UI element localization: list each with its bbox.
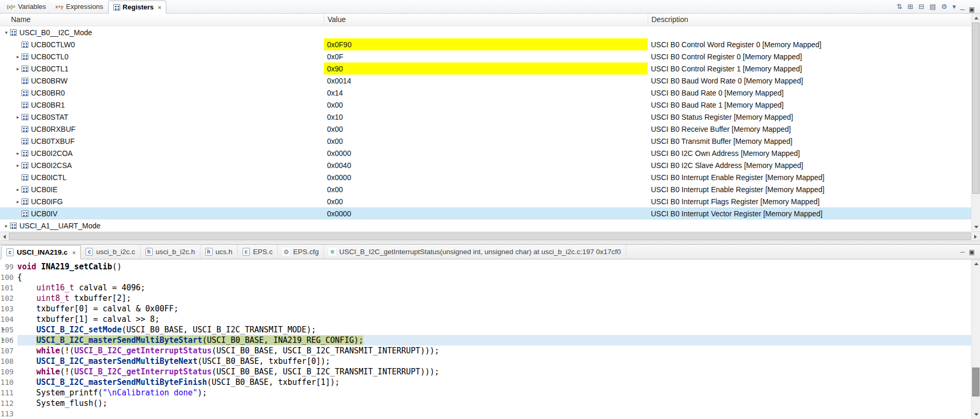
code-text: USCI_B_I2C_masterSendMultiByteFinish(USC… — [17, 377, 971, 387]
stack-frame-pointer-icon[interactable]: ► — [1, 326, 6, 332]
register-row-UCB0I2COA[interactable]: ▸UCB0I2COA0x0000USCI B0 I2C Own Address … — [0, 147, 971, 159]
export-registers-icon[interactable]: ⇅ — [897, 3, 902, 11]
code-line-103[interactable]: 103 txbuffer[0] = calval & 0x00FF; — [0, 303, 971, 314]
collapse-all-icon[interactable]: ⊟ — [919, 3, 924, 11]
code-line-113[interactable]: 113 — [0, 408, 971, 419]
code-line-110[interactable]: 110 USCI_B_I2C_masterSendMultiByteFinish… — [0, 377, 971, 387]
instruction-pointer-icon[interactable]: ► — [1, 337, 6, 343]
register-row-UCB0BR1[interactable]: UCB0BR10x00USCI B0 Baud Rate 1 [Memory M… — [0, 99, 971, 111]
register-description: USCI B0 Status Register [Memory Mapped] — [648, 111, 971, 123]
minimize-icon[interactable]: ─ — [960, 248, 965, 256]
register-value: 0x0000 — [324, 147, 648, 159]
registers-vertical-scrollbar[interactable] — [971, 14, 980, 232]
register-row-UCB0CTL1[interactable]: ▸UCB0CTL10x90USCI B0 Control Register 1 … — [0, 62, 971, 75]
view-tab-label: Variables — [18, 3, 46, 11]
editor-tab[interactable]: husci_b_i2c.h — [141, 245, 201, 259]
editor-tab-label: USCI_INA219.c — [17, 248, 68, 256]
settings-icon[interactable]: ⚙ — [941, 3, 947, 11]
chevron-collapsed-icon[interactable]: ▸ — [14, 187, 22, 192]
register-row-UCB0CTL0[interactable]: ▸UCB0CTL00x0FUSCI B0 Control Register 0 … — [0, 50, 971, 62]
register-row-UCB0RXBUF[interactable]: UCB0RXBUF0x00USCI B0 Receive Buffer [Mem… — [0, 123, 971, 135]
view-tab-registers[interactable]: Registers× — [108, 1, 167, 14]
register-description: USCI B0 Control Register 0 [Memory Mappe… — [648, 50, 971, 62]
register-row-USCI_A1__UART_Mode[interactable]: ▸USCI_A1__UART_Mode — [0, 219, 971, 232]
code-line-106[interactable]: 106 USCI_B_I2C_masterSendMultiByteStart(… — [0, 335, 971, 345]
editor-tab[interactable]: ⚙EPS.cfg — [278, 245, 324, 259]
scroll-up-icon[interactable] — [972, 14, 980, 23]
code-line-102[interactable]: 102 uint8_t txbuffer[2]; — [0, 293, 971, 303]
close-icon[interactable]: × — [158, 4, 161, 11]
triangle-right — [974, 235, 977, 239]
register-name-cell: ▸UCB0IE — [0, 183, 324, 195]
registers-table: Name Value Description ▾USCI_B0__I2C_Mod… — [0, 14, 980, 232]
register-row-UCB0STAT[interactable]: ▸UCB0STAT0x10USCI B0 Status Register [Me… — [0, 111, 971, 123]
chevron-collapsed-icon[interactable]: ▸ — [14, 151, 22, 156]
view-tab-variables[interactable]: (x)=Variables — [2, 0, 51, 13]
register-row-UCB0IV[interactable]: UCB0IV0x0000USCI B0 Interrupt Vector Reg… — [0, 207, 971, 219]
register-row-UCB0IFG[interactable]: ▸UCB0IFG0x00USCI B0 Interrupt Flags Regi… — [0, 195, 971, 207]
layout-icon[interactable]: ▤ — [930, 3, 936, 11]
editor-tab[interactable]: cusci_b_i2c.c — [81, 245, 140, 259]
chevron-collapsed-icon[interactable]: ▸ — [3, 223, 10, 228]
minimize-icon[interactable]: ─ — [960, 6, 965, 13]
register-row-UCB0CTLW0[interactable]: UCB0CTLW00x0F90USCI B0 Control Word Regi… — [0, 38, 971, 50]
chevron-expanded-icon[interactable]: ▾ — [3, 30, 10, 35]
expand-all-icon[interactable]: ⊞ — [908, 3, 913, 11]
editor-tab[interactable]: cEPS.c — [238, 245, 278, 259]
code-line-109[interactable]: 109 while(!(USCI_B_I2C_getInterruptStatu… — [0, 366, 971, 377]
register-description: USCI B0 Interrupt Vector Register [Memor… — [648, 207, 971, 219]
maximize-icon[interactable]: ▣ — [969, 6, 975, 13]
scroll-right-icon[interactable] — [971, 232, 980, 241]
registers-horizontal-scrollbar[interactable] — [0, 232, 980, 240]
code-text: USCI_B_I2C_masterSendMultiByteStart(USCI… — [17, 335, 971, 345]
column-header-value[interactable]: Value — [324, 14, 648, 26]
register-row-UCB0ICTL[interactable]: UCB0ICTL0x0000USCI B0 Interrupt Enable R… — [0, 171, 971, 183]
register-row-UCB0BR0[interactable]: UCB0BR00x14USCI B0 Baud Rate 0 [Memory M… — [0, 87, 971, 99]
code-line-112[interactable]: 112 System_flush(); — [0, 398, 971, 408]
register-name: UCB0CTLW0 — [31, 40, 75, 49]
editor-vertical-scrollbar[interactable] — [971, 259, 980, 419]
maximize-icon[interactable]: ▣ — [969, 248, 975, 256]
code-line-104[interactable]: 104 txbuffer[1] = calval >> 8; — [0, 314, 971, 324]
stack-frame-icon: ≡ — [329, 248, 336, 256]
vertical-scroll-thumb[interactable] — [972, 23, 979, 194]
code-line-99[interactable]: 99void INA219_setCalib() — [0, 261, 971, 272]
scroll-down-icon[interactable] — [972, 223, 980, 232]
register-row-UCB0I2CSA[interactable]: ▸UCB0I2CSA0x0040USCI B0 I2C Slave Addres… — [0, 159, 971, 171]
code-line-101[interactable]: 101 uint16_t calval = 4096; — [0, 282, 971, 293]
register-value: 0x14 — [324, 87, 648, 99]
editor-tab[interactable]: cUSCI_INA219.c× — [1, 245, 81, 259]
view-tab-expressions[interactable]: x+yExpressions — [51, 0, 108, 13]
code-editor[interactable]: ►► 99void INA219_setCalib()100{101 uint1… — [0, 259, 980, 419]
scroll-up-icon[interactable] — [972, 259, 980, 268]
chevron-collapsed-icon[interactable]: ▸ — [14, 199, 22, 204]
chevron-collapsed-icon[interactable]: ▸ — [14, 163, 22, 168]
register-row-UCB0BRW[interactable]: UCB0BRW0x0014USCI B0 Baud Word Rate 0 [M… — [0, 75, 971, 87]
editor-tab[interactable]: hucs.h — [201, 245, 238, 259]
code-line-100[interactable]: 100{ — [0, 272, 971, 282]
register-description: USCI B0 Interrupt Enable Register [Memor… — [648, 183, 971, 195]
scroll-left-icon[interactable] — [0, 232, 9, 241]
code-line-107[interactable]: 107 while(!(USCI_B_I2C_getInterruptStatu… — [0, 345, 971, 356]
close-icon[interactable]: × — [72, 249, 76, 256]
editor-scroll-thumb[interactable] — [972, 368, 979, 396]
editor-tab[interactable]: ≡USCI_B_I2C_getInterruptStatus(unsigned … — [324, 245, 626, 259]
code-line-105[interactable]: 105 USCI_B_I2C_setMode(USCI_B0_BASE, USC… — [0, 324, 971, 335]
chevron-collapsed-icon[interactable]: ▸ — [14, 114, 22, 120]
view-menu-icon[interactable]: ▾ — [953, 3, 956, 11]
code-line-108[interactable]: 108 USCI_B_I2C_masterSendMultiByteNext(U… — [0, 356, 971, 366]
chevron-collapsed-icon[interactable]: ▸ — [14, 54, 22, 59]
code-text: txbuffer[0] = calval & 0x00FF; — [17, 303, 971, 314]
scroll-down-icon[interactable] — [972, 410, 980, 419]
register-row-UCB0TXBUF[interactable]: UCB0TXBUF0x00USCI B0 Transmit Buffer [Me… — [0, 135, 971, 147]
register-row-USCI_B0__I2C_Mode[interactable]: ▾USCI_B0__I2C_Mode — [0, 26, 971, 38]
column-header-name[interactable]: Name — [0, 14, 324, 26]
register-description: USCI B0 Baud Word Rate 0 [Memory Mapped] — [648, 75, 971, 87]
panel-sash[interactable] — [0, 240, 980, 244]
chevron-collapsed-icon[interactable]: ▸ — [14, 66, 22, 71]
register-row-UCB0IE[interactable]: ▸UCB0IE0x00USCI B0 Interrupt Enable Regi… — [0, 183, 971, 195]
horizontal-scroll-thumb[interactable] — [9, 233, 971, 240]
register-value: 0x00 — [324, 99, 648, 111]
code-line-111[interactable]: 111 System_printf("\nCalibration done"); — [0, 387, 971, 398]
column-header-description[interactable]: Description — [648, 14, 971, 26]
